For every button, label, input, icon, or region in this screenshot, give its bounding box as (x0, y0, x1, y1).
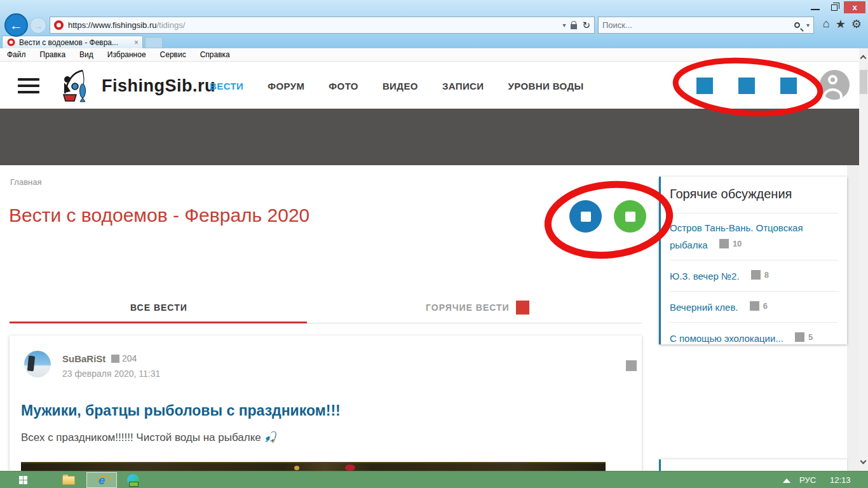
site-logo[interactable] (56, 65, 95, 105)
nav-photo[interactable]: ФОТО (329, 81, 358, 92)
clock[interactable]: 12:13 (830, 475, 851, 485)
browser-chrome: x ← → https://www.fishingsib.ru /tidings… (0, 0, 868, 48)
nav-vesti[interactable]: ВЕСТИ (210, 81, 243, 92)
discussion-link[interactable]: Ю.З. вечер №2. (670, 271, 740, 281)
restore-icon (831, 4, 837, 11)
address-dropdown-icon[interactable]: ▾ (562, 22, 566, 29)
header-icon-button-3[interactable] (780, 78, 797, 94)
menu-file[interactable]: Файл (0, 50, 33, 59)
forward-arrow-icon: → (34, 20, 43, 31)
discussion-item[interactable]: Ю.З. вечер №2. 8 (670, 260, 838, 291)
discussion-count-wrap: 8 (751, 267, 769, 283)
tab-favicon (8, 39, 15, 46)
back-button[interactable]: ← (4, 13, 28, 37)
post-body: Всех с праздником!!!!!! Чистой воды на р… (21, 431, 278, 444)
tab-all-news[interactable]: ВСЕ ВЕСТИ (130, 302, 187, 313)
nav-forum[interactable]: ФОРУМ (268, 81, 304, 92)
hamburger-menu-icon[interactable] (18, 78, 39, 93)
post-bookmark-icon[interactable] (626, 360, 637, 371)
comment-icon (795, 332, 804, 342)
discussion-count-wrap: 10 (719, 236, 742, 252)
favorites-star-icon[interactable]: ★ (836, 17, 846, 31)
header-icon-button-1[interactable] (696, 78, 713, 94)
news-tabs: ВСЕ ВЕСТИ ГОРЯЧИЕ ВЕСТИ (0, 299, 642, 327)
search-dropdown-icon[interactable]: ▾ (806, 22, 810, 29)
tab-hot-news[interactable]: ГОРЯЧИЕ ВЕСТИ (426, 302, 510, 313)
scrollbar-thumb[interactable] (860, 70, 867, 94)
refresh-icon[interactable]: ↻ (582, 20, 590, 31)
main-nav: ВЕСТИ ФОРУМ ФОТО ВИДЕО ЗАПИСИ УРОВНИ ВОД… (210, 81, 584, 92)
language-indicator[interactable]: РУС (799, 475, 816, 485)
discussion-item[interactable]: Остров Тань-Вань. Отцовская рыбалка 10 (670, 213, 838, 260)
back-arrow-icon: ← (10, 18, 23, 33)
annotation-circle-buttons (545, 179, 673, 261)
discussion-count-wrap: 6 (750, 298, 768, 314)
discussion-item[interactable]: Вечерний клев. 6 (670, 291, 838, 322)
blue-button-square-icon (581, 212, 591, 222)
menu-service[interactable]: Сервис (153, 50, 193, 59)
menu-favorites[interactable]: Избранное (100, 50, 153, 59)
nav-water-levels[interactable]: УРОВНИ ВОДЫ (508, 81, 583, 92)
post-image[interactable] (21, 462, 606, 471)
scroll-up-icon[interactable] (860, 55, 867, 62)
green-button-square-icon (625, 212, 635, 222)
new-tab-button[interactable] (145, 37, 163, 48)
blue-action-button[interactable] (569, 200, 602, 233)
menu-help[interactable]: Справка (193, 50, 237, 59)
discussion-count: 5 (808, 329, 813, 345)
minimize-button[interactable] (806, 1, 825, 13)
restore-button[interactable] (825, 1, 844, 13)
internet-explorer-taskbar-button[interactable]: e (86, 472, 117, 488)
edge-browser-icon[interactable] (127, 474, 139, 486)
start-button[interactable] (19, 476, 29, 485)
header-icon-button-2[interactable] (738, 78, 755, 94)
hot-discussions-title: Горячие обсуждения (670, 187, 838, 201)
close-button[interactable]: x (844, 1, 865, 13)
logo-text[interactable]: FishingSib.ru (102, 76, 215, 96)
user-avatar[interactable] (820, 70, 850, 100)
window-controls: x (806, 1, 865, 13)
url-path: /tidings/ (156, 20, 185, 30)
nav-zapisi[interactable]: ЗАПИСИ (442, 81, 484, 92)
discussion-link[interactable]: С помощью эхолокации... (670, 333, 783, 344)
browser-tab[interactable]: Вести с водоемов - Февра... × (2, 36, 143, 48)
comment-icon (750, 301, 759, 311)
page-title: Вести с водоемов - Февраль 2020 (9, 205, 309, 226)
search-box: ▾ (598, 17, 814, 34)
post-comment-count: 204 (122, 353, 137, 363)
home-icon[interactable]: ⌂ (823, 17, 830, 31)
menu-view[interactable]: Вид (72, 50, 100, 59)
post-author-avatar[interactable] (24, 351, 51, 377)
post-date: 23 февраля 2020, 11:31 (62, 369, 160, 379)
menu-edit[interactable]: Правка (33, 50, 73, 59)
post-author-name[interactable]: SuBaRiSt (62, 353, 105, 364)
hot-discussions-panel: Горячие обсуждения Остров Тань-Вань. Отц… (659, 177, 847, 344)
post-title[interactable]: Мужики, братцы рыболовы с праздником!!! (21, 402, 341, 419)
logo-fisherman-image (56, 65, 95, 105)
windows-taskbar: e РУС 12:13 (0, 471, 868, 488)
discussion-link[interactable]: Вечерний клев. (670, 302, 738, 313)
post-comment-count-wrap: 204 (111, 353, 137, 363)
page-scrollbar[interactable] (859, 48, 868, 471)
url-domain: https://www.fishingsib.ru (68, 20, 156, 30)
search-icon[interactable] (794, 22, 800, 28)
internet-explorer-icon: e (98, 474, 105, 486)
forward-button[interactable]: → (30, 17, 46, 34)
page-background-strip (847, 165, 859, 471)
discussion-item[interactable]: С помощью эхолокации... 5 (670, 322, 838, 353)
file-explorer-icon[interactable] (62, 476, 75, 485)
settings-gear-icon[interactable]: ⚙ (851, 17, 862, 31)
minimize-icon (811, 4, 820, 10)
nav-video[interactable]: ВИДЕО (383, 81, 418, 92)
scroll-down-icon[interactable] (860, 458, 867, 464)
browser-menubar: Файл Правка Вид Избранное Сервис Справка (0, 48, 868, 62)
address-bar[interactable]: https://www.fishingsib.ru /tidings/ ▾ ↻ (50, 17, 595, 34)
comment-icon (111, 355, 119, 363)
green-action-button[interactable] (614, 200, 646, 233)
discussion-count-wrap: 5 (795, 329, 813, 345)
search-input[interactable] (602, 20, 761, 30)
comment-icon (719, 239, 729, 248)
tray-show-hidden-icon[interactable] (783, 478, 790, 483)
breadcrumb[interactable]: Главная (10, 177, 41, 187)
tab-close-icon[interactable]: × (134, 38, 139, 47)
